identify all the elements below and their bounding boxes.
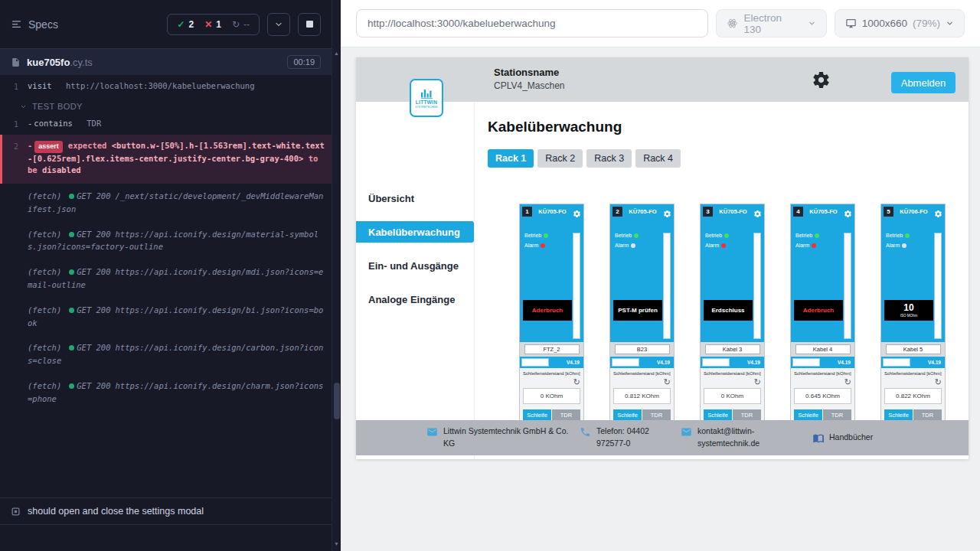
next-test-row[interactable]: should open and close the settings modal (0, 497, 332, 525)
status-ok-dot (69, 345, 74, 350)
test-body-section[interactable]: TEST BODY (0, 95, 332, 116)
reporter-scrollbar[interactable]: ▲ ▼ (332, 0, 341, 551)
tab-rack-4[interactable]: Rack 4 (635, 149, 681, 168)
log-visit-command[interactable]: 1 visit http://localhost:3000/kabelueber… (0, 78, 332, 95)
card-gear-icon[interactable] (753, 207, 762, 216)
footer-email[interactable]: kontakt@littwin-systemtechnik.de (681, 425, 812, 450)
logout-button[interactable]: Abmelden (891, 72, 956, 93)
iso-value: 10 (903, 303, 913, 314)
viewport-selector[interactable]: 1000x660 (79%) (835, 9, 965, 37)
spec-title-row[interactable]: kue705fo.cy.ts 00:19 (0, 49, 332, 75)
alarm-led (631, 243, 635, 248)
scrollbar-thumb[interactable] (334, 383, 340, 419)
refresh-icon[interactable]: ↻ (523, 377, 580, 387)
scroll-up-arrow[interactable]: ▲ (332, 51, 341, 56)
alarm-led (812, 243, 816, 248)
card-number-badge: 1 (522, 207, 532, 217)
stat-passed: ✓ 2 (177, 19, 194, 30)
device-card-4: 4 KÜ705-FO Betrieb Alarm Aderbruch Kabel… (790, 204, 855, 433)
card-number-badge: 4 (793, 207, 803, 217)
tab-rack-3[interactable]: Rack 3 (586, 149, 632, 168)
assert-expected: expected (68, 141, 112, 150)
card-title: KÜ705-FO (805, 208, 842, 215)
level-meter (844, 233, 851, 339)
failed-count: 1 (216, 19, 221, 30)
firmware-version: V4.19 (928, 360, 941, 365)
next-test-title: should open and close the settings modal (28, 506, 204, 517)
log-assert-failed[interactable]: 2 -assertexpected <button.w-[50%].h-[1.5… (0, 135, 332, 184)
section-label: TEST BODY (32, 102, 83, 111)
card-title: KÜ705-FO (624, 208, 662, 215)
level-meter (573, 233, 580, 339)
log-fetch-entry[interactable]: (fetch)GET 200https://api.iconify.design… (0, 222, 332, 260)
refresh-icon[interactable]: ↻ (794, 377, 851, 387)
settings-gear-icon[interactable] (812, 70, 831, 90)
refresh-icon[interactable]: ↻ (613, 377, 671, 387)
firmware-version: V4.19 (838, 360, 851, 365)
viewport-zoom: (79%) (913, 18, 940, 29)
device-card-2: 2 KÜ705-FO Betrieb Alarm PST-M prüfen B2… (609, 204, 675, 433)
stop-button[interactable] (298, 13, 321, 36)
scroll-down-arrow[interactable]: ▼ (332, 541, 341, 546)
spec-extension: .cy.ts (70, 57, 92, 68)
version-input (612, 358, 639, 367)
footer-company[interactable]: Littwin Systemtechnik GmbH & Co. KG (426, 425, 580, 450)
specs-button[interactable]: Specs (11, 18, 58, 31)
level-meter (753, 233, 761, 339)
footer-manuals[interactable]: Handbücher (812, 432, 873, 444)
betrieb-led (724, 233, 729, 238)
card-gear-icon[interactable] (934, 207, 942, 216)
command-arg: TDR (87, 119, 101, 128)
log-contains-command[interactable]: 1 -contains TDR (0, 116, 332, 132)
littwin-logo: LITTWIN SYSTEMTECHNIK (410, 79, 443, 117)
tab-rack-2[interactable]: Rack 2 (537, 149, 583, 168)
cross-icon: ✕ (204, 19, 212, 30)
tab-rack-1[interactable]: Rack 1 (488, 149, 534, 168)
command-name: contains (34, 119, 73, 128)
log-fetch-entry[interactable]: (fetch)GET 200/_next/static/development/… (0, 184, 332, 222)
log-fetch-entry[interactable]: (fetch)GET 200https://api.iconify.design… (0, 373, 332, 412)
pending-icon: ↻ (232, 19, 240, 30)
version-input (792, 358, 820, 367)
status-ok-dot (69, 232, 74, 237)
cable-name: Kabel 5 (886, 344, 941, 354)
url-input[interactable] (356, 9, 708, 37)
sidebar-item-ein-und-ausgaenge[interactable]: Ein- und Ausgänge (356, 255, 474, 276)
log-fetch-entry[interactable]: (fetch)GET 200https://api.iconify.design… (0, 298, 332, 336)
sidebar-item-kabelueberwachung[interactable]: Kabelüberwachung (356, 221, 474, 243)
resistance-value: 0.822 KOhm (884, 388, 942, 404)
card-number-badge: 5 (884, 207, 893, 217)
test-icon (11, 507, 21, 517)
version-input (702, 358, 730, 367)
refresh-icon[interactable]: ↻ (704, 377, 761, 387)
device-card-1: 1 KÜ705-FO Betrieb Alarm Aderbruch FTZ_2 (519, 204, 584, 433)
log-fetch-entry[interactable]: (fetch)GET 200https://api.iconify.design… (0, 335, 332, 373)
card-gear-icon[interactable] (573, 207, 581, 216)
level-meter (663, 233, 671, 339)
sidebar-item-uebersicht[interactable]: Übersicht (356, 187, 474, 209)
app-main: Kabelüberwachung Rack 1 Rack 2 Rack 3 Ra… (475, 102, 969, 459)
log-fetch-entry[interactable]: (fetch)GET 200https://api.iconify.design… (0, 259, 332, 298)
sidebar-item-analoge-eingaenge[interactable]: Analoge Eingänge (356, 289, 474, 310)
collapse-button[interactable] (267, 13, 290, 36)
specs-label: Specs (28, 18, 58, 31)
cypress-reporter: Specs ✓ 2 ✕ 1 ↻ -- (0, 0, 332, 551)
rack-tabs: Rack 1 Rack 2 Rack 3 Rack 4 (488, 149, 681, 168)
resistance-label: Schleifenwiderstand [kOhm] (704, 371, 761, 377)
betrieb-led (544, 233, 548, 238)
station-value: CPLV4_Maschen (494, 80, 565, 91)
card-title: KÜ705-FO (534, 208, 571, 215)
cable-name: FTZ_2 (524, 344, 580, 354)
assert-badge: assert (34, 141, 63, 153)
card-gear-icon[interactable] (844, 207, 852, 216)
card-gear-icon[interactable] (663, 207, 671, 216)
status-display: Aderbruch (794, 300, 843, 321)
stat-failed: ✕ 1 (204, 19, 221, 30)
browser-selector[interactable]: Electron 130 (716, 9, 827, 37)
card-title: KÜ706-FO (895, 208, 933, 215)
pending-count: -- (243, 19, 250, 30)
spec-file-icon (11, 57, 21, 67)
stat-pending: ↻ -- (232, 19, 250, 30)
refresh-icon[interactable]: ↻ (884, 377, 942, 387)
footer-phone[interactable]: Telefon: 04402 972577-0 (580, 425, 681, 450)
